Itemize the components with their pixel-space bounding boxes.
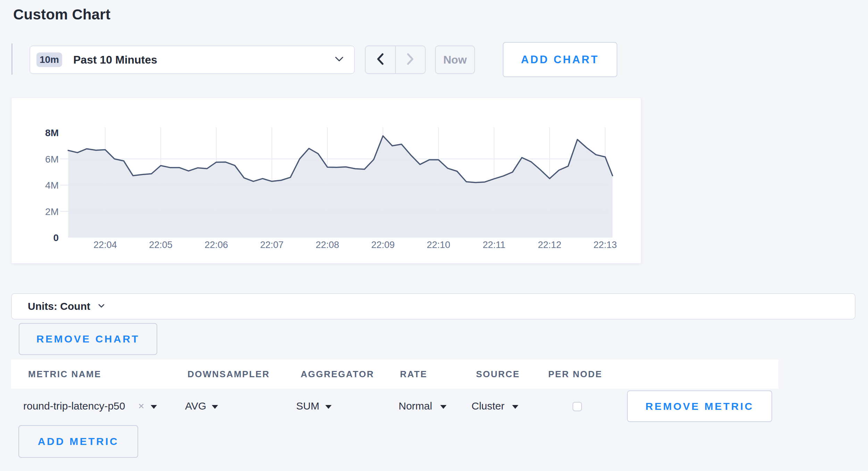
add-metric-button[interactable]: ADD METRIC [18,425,138,458]
series-area [68,136,612,238]
downsampler-value[interactable]: AVG [185,400,206,412]
time-range-label: Past 10 Minutes [73,53,157,66]
page-title: Custom Chart [13,6,110,23]
per-node-checkbox[interactable] [573,402,582,411]
y-axis-tick: 0 [53,232,59,243]
time-range-badge: 10m [36,52,62,67]
close-icon[interactable]: × [138,400,144,412]
x-axis-tick: 22:09 [371,240,395,250]
toolbar-divider [11,43,12,75]
y-axis-tick: 2M [45,206,59,217]
prev-time-button[interactable] [366,46,395,73]
caret-down-icon[interactable] [325,405,332,409]
rate-value[interactable]: Normal [399,400,432,412]
units-select[interactable]: Units: Count [28,300,105,312]
y-axis-tick: 6M [45,154,59,165]
now-button[interactable]: Now [435,46,475,74]
add-chart-button[interactable]: ADD CHART [503,42,617,77]
metrics-table-header [11,360,778,389]
metric-name-value[interactable]: round-trip-latency-p50 [23,400,125,412]
time-range-select[interactable]: 10m Past 10 Minutes [30,46,355,74]
y-axis-tick: 8M [45,127,59,138]
col-metric-name: METRIC NAME [28,369,101,380]
latency-chart-svg: 8M6M4M2M022:0422:0522:0622:0722:0822:092… [11,98,641,263]
col-downsampler: DOWNSAMPLER [187,369,270,380]
caret-down-icon[interactable] [440,405,446,409]
x-axis-tick: 22:07 [260,240,284,250]
source-value[interactable]: Cluster [471,400,504,412]
caret-down-icon[interactable] [212,405,218,409]
caret-down-icon[interactable] [512,405,518,409]
x-axis-tick: 22:11 [483,240,506,250]
y-axis-tick: 4M [45,180,59,191]
x-axis-tick: 22:12 [538,240,561,250]
col-rate: RATE [400,369,427,380]
col-per-node: PER NODE [548,369,602,380]
x-axis-tick: 22:06 [205,240,228,250]
col-aggregator: AGGREGATOR [301,369,374,380]
x-axis-tick: 22:04 [93,240,117,250]
chart-card: 8M6M4M2M022:0422:0522:0622:0722:0822:092… [11,98,641,264]
units-label: Units: Count [28,300,90,312]
chevron-down-icon [98,303,105,309]
x-axis-tick: 22:10 [427,240,450,250]
remove-chart-button[interactable]: REMOVE CHART [19,323,157,355]
units-bar: Units: Count [11,293,856,320]
next-time-button[interactable] [396,46,425,73]
aggregator-value[interactable]: SUM [296,400,319,412]
chevron-down-icon [335,56,344,63]
x-axis-tick: 22:05 [149,240,173,250]
x-axis-tick: 22:08 [316,240,339,250]
caret-down-icon[interactable] [151,405,157,409]
col-source: SOURCE [476,369,520,380]
remove-metric-button[interactable]: REMOVE METRIC [627,390,772,422]
time-step-group [365,46,426,74]
chevron-right-icon [407,53,414,66]
chevron-left-icon [376,53,384,66]
x-axis-tick: 22:13 [593,240,617,250]
